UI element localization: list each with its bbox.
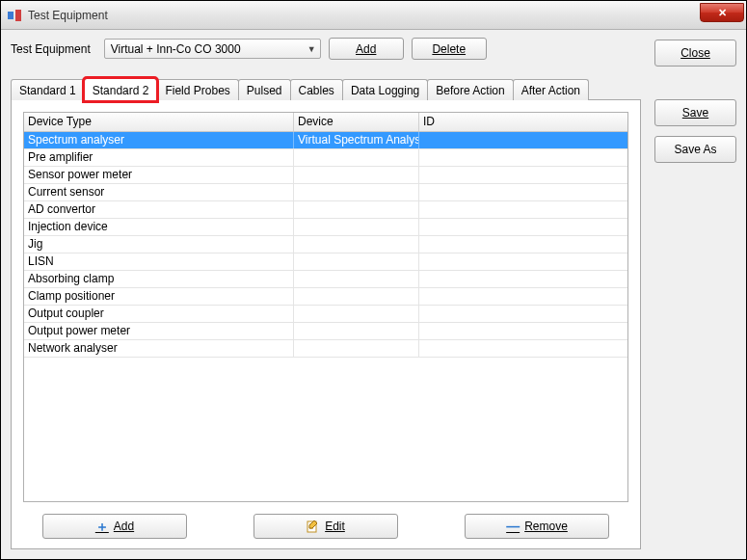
cell-id [419,167,627,183]
cell-device [294,219,419,235]
tab-field-probes[interactable]: Field Probes [156,79,238,100]
table-row[interactable]: Absorbing clamp [24,271,627,288]
cell-device [294,340,419,357]
cell-device [294,271,419,287]
svg-rect-0 [8,12,13,19]
grid-buttons: ＋ Add Edit — Remove [23,514,628,539]
cell-type: Absorbing clamp [24,271,294,287]
app-icon [7,8,22,23]
cell-device [294,149,419,166]
equipment-picker-row: Test Equipment Virtual + Inn-Co CO 3000 … [11,38,641,60]
plus-icon: ＋ [95,520,109,533]
edit-icon [307,520,320,533]
cell-type: Output coupler [24,306,294,322]
combo-value: Virtual + Inn-Co CO 3000 [111,42,241,56]
table-row[interactable]: Jig [24,236,627,253]
cell-id [419,132,627,148]
cell-type: Injection device [24,219,294,235]
cell-type: Jig [24,236,294,253]
tab-after-action[interactable]: After Action [513,79,589,100]
grid-body: Spectrum analyserVirtual Spectrum Analys… [24,132,627,501]
tab-standard-1[interactable]: Standard 1 [11,79,85,100]
cell-id [419,288,627,305]
col-device[interactable]: Device [294,113,419,131]
tab-cables[interactable]: Cables [290,79,343,100]
save-as-button[interactable]: Save As [654,136,736,163]
cell-type: LISN [24,253,294,270]
cell-device [294,184,419,200]
cell-id [419,184,627,200]
add-equipment-button[interactable]: Add [329,38,404,60]
tab-data-logging[interactable]: Data Logging [342,79,428,100]
grid-header: Device Type Device ID [24,113,627,132]
close-icon: ✕ [718,7,727,19]
tab-pulsed[interactable]: Pulsed [238,79,291,100]
table-row[interactable]: LISN [24,253,627,271]
titlebar: Test Equipment ✕ [1,1,746,30]
equipment-combo[interactable]: Virtual + Inn-Co CO 3000 ▼ [104,39,321,59]
window-close-button[interactable]: ✕ [700,3,744,22]
cell-device [294,306,419,322]
table-row[interactable]: Injection device [24,219,627,236]
tabstrip: Standard 1Standard 2Field ProbesPulsedCa… [11,77,641,100]
tab-standard-2[interactable]: Standard 2 [84,78,158,101]
equipment-label: Test Equipment [11,42,91,56]
table-row[interactable]: Pre amplifier [24,149,627,167]
tab-before-action[interactable]: Before Action [427,79,513,100]
side-column: Close Save Save As [654,38,736,549]
table-row[interactable]: Spectrum analyserVirtual Spectrum Analys… [24,132,627,149]
cell-id [419,236,627,253]
save-button[interactable]: Save [654,99,736,126]
cell-id [419,271,627,287]
table-row[interactable]: Network analyser [24,340,627,358]
grid-edit-button[interactable]: Edit [253,514,398,539]
delete-equipment-button[interactable]: Delete [412,38,487,60]
cell-device [294,323,419,339]
cell-device [294,201,419,218]
grid-add-button[interactable]: ＋ Add [42,514,187,539]
cell-type: Pre amplifier [24,149,294,166]
cell-type: AD convertor [24,201,294,218]
table-row[interactable]: AD convertor [24,201,627,219]
cell-device [294,167,419,183]
close-button[interactable]: Close [654,40,736,67]
table-row[interactable]: Output power meter [24,323,627,340]
cell-type: Current sensor [24,184,294,200]
svg-rect-1 [15,10,21,21]
grid-remove-button[interactable]: — Remove [465,514,609,539]
col-id[interactable]: ID [419,113,627,131]
table-row[interactable]: Output coupler [24,306,627,323]
tab-panel: Device Type Device ID Spectrum analyserV… [11,99,641,549]
table-row[interactable]: Clamp positioner [24,288,627,306]
minus-icon: — [506,521,520,531]
device-grid[interactable]: Device Type Device ID Spectrum analyserV… [23,112,628,502]
cell-type: Spectrum analyser [24,132,294,148]
cell-type: Sensor power meter [24,167,294,183]
client-area: Test Equipment Virtual + Inn-Co CO 3000 … [1,30,746,559]
cell-device: Virtual Spectrum Analyser [294,132,419,148]
table-row[interactable]: Current sensor [24,184,627,201]
cell-id [419,219,627,235]
cell-device [294,288,419,305]
cell-id [419,149,627,166]
cell-device [294,236,419,253]
window-title: Test Equipment [28,9,108,22]
col-device-type[interactable]: Device Type [24,113,294,131]
cell-id [419,306,627,322]
cell-id [419,253,627,270]
cell-device [294,253,419,270]
chevron-down-icon: ▼ [307,44,316,54]
cell-id [419,340,627,357]
cell-type: Output power meter [24,323,294,339]
cell-id [419,201,627,218]
cell-id [419,323,627,339]
spacer [654,76,736,90]
main-column: Test Equipment Virtual + Inn-Co CO 3000 … [11,38,641,549]
cell-type: Network analyser [24,340,294,357]
cell-type: Clamp positioner [24,288,294,305]
table-row[interactable]: Sensor power meter [24,167,627,184]
